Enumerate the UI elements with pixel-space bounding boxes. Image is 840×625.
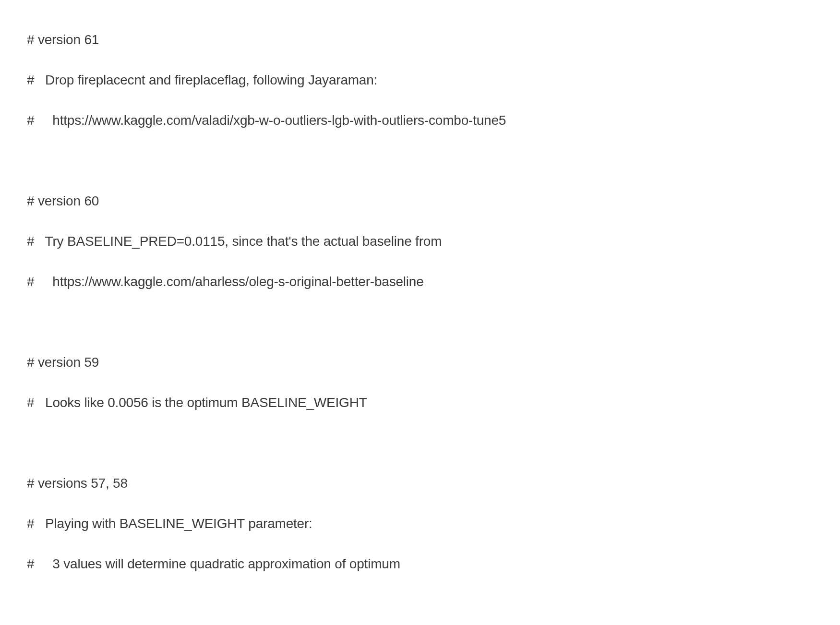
comment-line: # Playing with BASELINE_WEIGHT parameter… (27, 514, 840, 534)
blank-line (27, 312, 840, 332)
comment-line: # https://www.kaggle.com/valadi/xgb-w-o-… (27, 110, 840, 131)
comment-line: # Looks like 0.0056 is the optimum BASEL… (27, 393, 840, 413)
blank-line (27, 594, 840, 614)
comment-line: # Try BASELINE_PRED=0.0115, since that's… (27, 231, 840, 252)
blank-line (27, 433, 840, 453)
blank-line (27, 151, 840, 171)
comment-line: # version 60 (27, 191, 840, 211)
comment-line: # 3 values will determine quadratic appr… (27, 554, 840, 574)
comment-line: # version 59 (27, 352, 840, 373)
comment-line: # versions 57, 58 (27, 473, 840, 493)
comment-line: # version 61 (27, 30, 840, 50)
comment-line: # https://www.kaggle.com/aharless/oleg-s… (27, 272, 840, 292)
comment-line: # Drop fireplacecnt and fireplaceflag, f… (27, 70, 840, 90)
code-comment-block: # version 61 # Drop fireplacecnt and fir… (27, 10, 840, 625)
